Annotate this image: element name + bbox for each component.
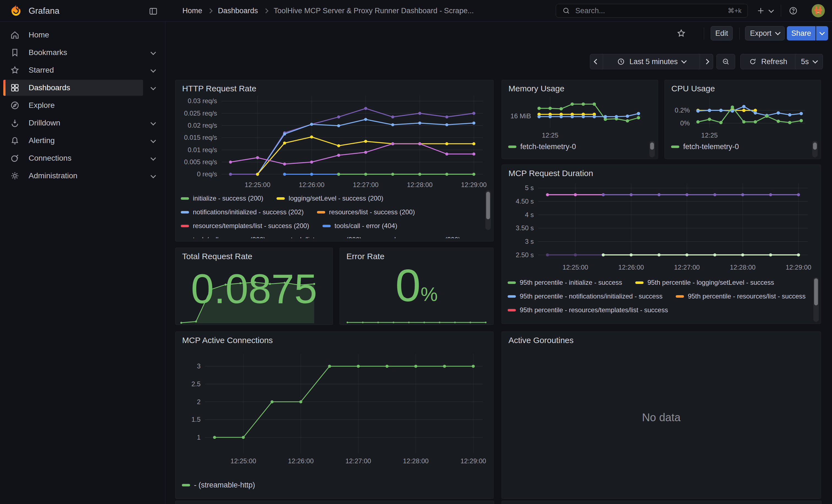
add-chevron-icon[interactable] xyxy=(769,7,774,13)
legend-item[interactable]: fetch-telemetry-0 xyxy=(508,142,576,151)
svg-text:4.50 s: 4.50 s xyxy=(516,197,534,205)
memory-usage-chart[interactable]: 12:2516 MiB xyxy=(504,91,656,140)
legend-scrollbar[interactable] xyxy=(485,190,491,230)
topnav-divider xyxy=(781,5,781,17)
http-request-rate-chart[interactable]: 12:25:0012:26:0012:27:0012:28:0012:29:00… xyxy=(178,91,491,193)
breadcrumb-item[interactable]: Dashboards xyxy=(218,7,258,15)
sidebar-item-explore[interactable]: Explore xyxy=(0,97,165,114)
compass-icon xyxy=(10,100,20,110)
legend-scrollbar[interactable] xyxy=(812,141,818,157)
refresh-interval-button[interactable]: 5s xyxy=(796,54,823,69)
chevron-left-icon xyxy=(594,59,599,64)
legend-item[interactable]: tools/call - success (200) xyxy=(181,236,265,238)
chevron-down-icon[interactable] xyxy=(151,154,155,163)
svg-text:0.025 req/s: 0.025 req/s xyxy=(184,109,217,117)
error-rate-unit: % xyxy=(421,284,438,305)
sidebar-item-dashboards[interactable]: Dashboards xyxy=(0,79,165,97)
legend-scrollbar[interactable] xyxy=(649,141,655,157)
edit-button[interactable]: Edit xyxy=(711,26,733,41)
time-range-button[interactable]: Last 5 minutes xyxy=(603,54,700,69)
legend-item[interactable]: initialize - success (200) xyxy=(181,194,263,203)
legend-item[interactable]: 95th percentile - logging/setLevel - suc… xyxy=(635,278,774,287)
svg-text:0.03 req/s: 0.03 req/s xyxy=(188,97,217,105)
svg-text:12:25:00: 12:25:00 xyxy=(244,181,270,188)
chevron-down-icon[interactable] xyxy=(151,66,155,75)
panel-title[interactable]: Active Goroutines xyxy=(509,336,574,345)
sidebar-item-alerting[interactable]: Alerting xyxy=(0,132,165,150)
grafana-logo-icon[interactable] xyxy=(9,4,23,17)
next-row-panel-stub xyxy=(175,501,494,504)
svg-text:3 s: 3 s xyxy=(525,238,534,245)
sidebar-item-connections[interactable]: Connections xyxy=(0,150,165,167)
time-back-button[interactable] xyxy=(590,54,603,69)
time-forward-button[interactable] xyxy=(700,54,713,69)
chevron-down-icon[interactable] xyxy=(151,118,155,127)
breadcrumb-item[interactable]: Home xyxy=(182,7,202,15)
legend-item[interactable]: logging/setLevel - success (200) xyxy=(277,194,383,203)
share-dropdown-button[interactable] xyxy=(816,26,828,41)
legend-item[interactable]: 95th percentile - resources/templates/li… xyxy=(508,306,668,314)
toolbar-divider xyxy=(739,27,739,39)
favorite-star-icon[interactable] xyxy=(676,28,686,38)
legend-item[interactable]: resources/list - success (200) xyxy=(317,208,415,216)
refresh-icon xyxy=(749,57,757,66)
legend-item[interactable]: resources/templates/list - success (200) xyxy=(181,222,309,230)
sidebar-nav: HomeBookmarksStarredDashboardsExploreDri… xyxy=(0,22,165,504)
chevron-down-icon[interactable] xyxy=(151,136,155,145)
sidebar-item-label: Bookmarks xyxy=(29,48,67,57)
top-nav: Grafana HomeDashboardsToolHive MCP Serve… xyxy=(0,0,832,22)
svg-text:3.50 s: 3.50 s xyxy=(516,224,534,232)
chevron-down-icon[interactable] xyxy=(151,171,155,180)
mcp-request-duration-chart[interactable]: 12:25:0012:26:0012:27:0012:28:0012:29:00… xyxy=(504,179,819,275)
export-button[interactable]: Export xyxy=(745,26,785,41)
svg-text:12:25:00: 12:25:00 xyxy=(231,457,256,465)
zoom-out-button[interactable] xyxy=(717,54,735,69)
legend-scrollbar[interactable] xyxy=(813,277,819,322)
legend-item[interactable]: 95th percentile - initialize - success xyxy=(508,278,622,287)
breadcrumb-item[interactable]: ToolHive MCP Server & Proxy Runner Dashb… xyxy=(274,7,474,15)
search-input-box[interactable]: ⌘+k xyxy=(556,4,748,18)
legend-item[interactable]: notifications/initialized - success (202… xyxy=(181,208,304,216)
legend-item[interactable]: - (streamable-http) xyxy=(182,481,255,489)
share-button[interactable]: Share xyxy=(787,26,815,41)
error-rate-sparkline[interactable] xyxy=(340,316,493,324)
svg-text:5 s: 5 s xyxy=(525,184,534,191)
legend-item[interactable]: tools/call - error (404) xyxy=(322,222,397,230)
svg-text:3: 3 xyxy=(197,362,201,370)
sidebar-item-bookmarks[interactable]: Bookmarks xyxy=(0,44,165,61)
legend-item[interactable]: 95th percentile - resources/list - succe… xyxy=(676,292,806,300)
no-data-message: No data xyxy=(501,411,821,424)
legend-item[interactable]: fetch-telemetry-0 xyxy=(671,142,739,151)
svg-text:1: 1 xyxy=(197,433,201,441)
legend-item[interactable]: unknown - success (200) xyxy=(375,236,461,238)
svg-text:0.01 req/s: 0.01 req/s xyxy=(188,146,217,154)
panel-title[interactable]: Error Rate xyxy=(346,252,384,261)
panel-title[interactable]: MCP Request Duration xyxy=(509,169,593,178)
sidebar-item-home[interactable]: Home xyxy=(0,26,165,44)
search-shortcut: ⌘+k xyxy=(728,7,742,15)
legend-item[interactable]: tools/list - success (200) xyxy=(279,236,362,238)
sidebar-item-drilldown[interactable]: Drilldown xyxy=(0,114,165,132)
user-avatar[interactable] xyxy=(812,4,825,17)
svg-text:2.50 s: 2.50 s xyxy=(516,251,534,259)
svg-text:12:26:00: 12:26:00 xyxy=(618,264,644,271)
search-input[interactable] xyxy=(575,6,724,16)
legend-item[interactable]: 95th percentile - notifications/initiali… xyxy=(508,292,662,300)
sidebar-item-label: Explore xyxy=(29,101,55,110)
bell-icon xyxy=(10,136,20,145)
cpu-usage-chart[interactable]: 12:250.2%0% xyxy=(667,91,819,140)
sidebar-item-starred[interactable]: Starred xyxy=(0,61,165,79)
chevron-down-icon[interactable] xyxy=(151,83,155,92)
help-icon[interactable] xyxy=(788,6,798,16)
active-indicator xyxy=(3,80,5,96)
panel-title[interactable]: MCP Active Connections xyxy=(182,336,273,345)
refresh-button[interactable]: Refresh xyxy=(740,54,796,69)
panel-title[interactable]: Total Request Rate xyxy=(182,252,252,261)
chevron-down-icon[interactable] xyxy=(151,48,155,57)
sidebar-item-administration[interactable]: Administration xyxy=(0,167,165,185)
mcp-active-connections-chart[interactable]: 12:25:0012:26:0012:27:0012:28:0012:29:00… xyxy=(178,347,491,474)
add-icon[interactable] xyxy=(756,6,765,16)
sidebar-collapse-icon[interactable] xyxy=(149,7,158,16)
dashboards-grid-icon xyxy=(10,83,20,93)
sidebar-item-label: Administration xyxy=(29,171,77,180)
